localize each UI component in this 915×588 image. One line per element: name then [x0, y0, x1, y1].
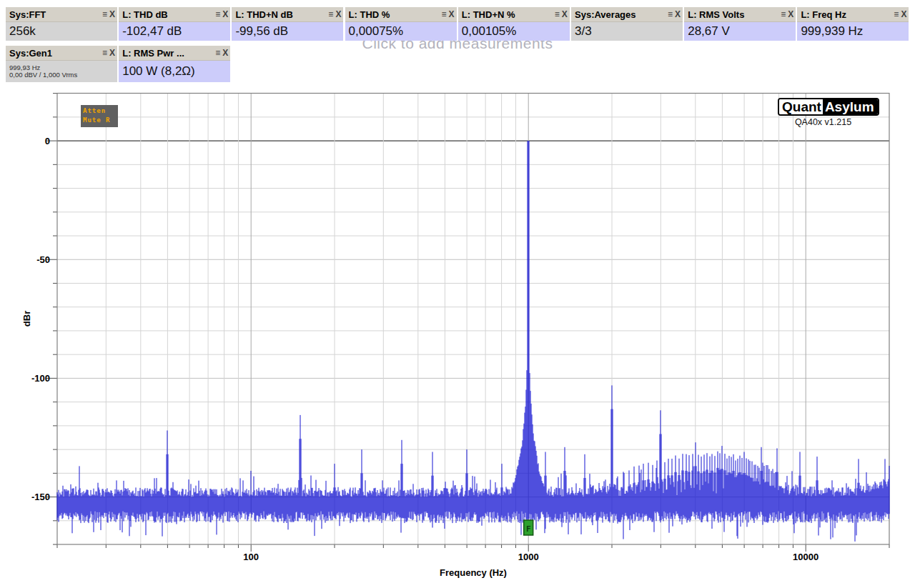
measurement-tile-l-thd: L: THD %≡X0,00075%: [345, 7, 457, 41]
tile-close-icon[interactable]: X: [901, 10, 906, 19]
tile-menu-icon[interactable]: ≡: [215, 49, 220, 57]
generator-marker-label: F: [526, 524, 531, 534]
measurement-tile-l-freq-hz: L: Freq Hz≡X999,939 Hz: [797, 7, 909, 41]
tile-menu-icon[interactable]: ≡: [442, 10, 447, 19]
tile-value: 999,939 Hz: [797, 22, 909, 41]
tile-value: 100 W (8,2Ω): [119, 61, 230, 82]
tile-header[interactable]: L: THD dB≡X: [119, 7, 230, 22]
x-axis-tick-label: 10000: [793, 552, 818, 562]
tile-close-icon[interactable]: X: [675, 10, 681, 19]
x-axis-tick-label: 100: [243, 552, 259, 562]
generator-level-text: 0,00 dBV / 1,000 Vrms: [9, 71, 77, 79]
y-axis-tick-label: -50: [36, 254, 50, 265]
tile-title: L: THD dB: [122, 9, 215, 20]
logo-quant-text: Quant: [779, 99, 823, 114]
tile-header[interactable]: L: RMS Pwr ...≡X: [119, 46, 230, 61]
tile-title: L: THD+N dB: [235, 9, 328, 20]
tile-menu-icon[interactable]: ≡: [102, 10, 107, 19]
tile-title: Sys:FFT: [9, 9, 102, 20]
tile-close-icon[interactable]: X: [788, 10, 793, 19]
mute-label: Mute R: [83, 116, 118, 125]
fft-trace-left-channel: [57, 141, 889, 542]
tile-header[interactable]: Sys:FFT≡X: [6, 7, 117, 22]
tile-menu-icon[interactable]: ≡: [215, 10, 220, 19]
tile-value: 999,93 Hz0,00 dBV / 1,000 Vrms: [6, 61, 117, 82]
measurement-tile-l-thd-n: L: THD+N %≡X0,00105%: [458, 7, 570, 41]
y-axis-tick-label: -150: [31, 492, 50, 502]
tile-title: L: RMS Pwr ...: [122, 48, 215, 59]
tile-header[interactable]: L: THD+N dB≡X: [232, 7, 343, 22]
measurement-tile-l-rms-pwr: L: RMS Pwr ...≡X100 W (8,2Ω): [119, 46, 230, 82]
tile-close-icon[interactable]: X: [222, 10, 228, 19]
tile-value: 28,67 V: [684, 22, 796, 41]
tile-title: L: Freq Hz: [801, 9, 894, 20]
tile-menu-icon[interactable]: ≡: [555, 10, 560, 19]
logo-asylum-text: Asylum: [823, 99, 878, 114]
fft-spectrum-canvas[interactable]: 0-50-100-150100100010000dBrFrequency (Hz…: [0, 89, 915, 588]
y-axis-tick-label: 0: [45, 136, 50, 146]
tile-menu-icon[interactable]: ≡: [668, 10, 673, 19]
quantasylum-logo: Quant Asylum: [778, 98, 879, 116]
tile-title: Sys:Gen1: [9, 48, 102, 59]
firmware-version-label: QA40x v1.215: [778, 117, 869, 127]
y-axis-title: dBr: [21, 311, 32, 327]
tile-value: 0,00075%: [345, 22, 457, 41]
tile-menu-icon[interactable]: ≡: [781, 10, 786, 19]
tile-header[interactable]: L: THD+N %≡X: [458, 7, 570, 22]
x-axis-title: Frequency (Hz): [440, 567, 507, 578]
tile-value: 0,00105%: [458, 22, 570, 41]
tile-value: -99,56 dB: [232, 22, 343, 41]
tile-close-icon[interactable]: X: [562, 10, 568, 19]
tile-title: L: THD+N %: [462, 9, 555, 20]
tile-menu-icon[interactable]: ≡: [102, 49, 107, 57]
measurement-tile-sys-gen1: Sys:Gen1≡X999,93 Hz0,00 dBV / 1,000 Vrms: [6, 46, 117, 82]
tile-header[interactable]: L: Freq Hz≡X: [797, 7, 909, 22]
tile-close-icon[interactable]: X: [449, 10, 455, 19]
y-axis-tick-label: -100: [31, 373, 50, 384]
measurement-tile-l-thd-db: L: THD dB≡X-102,47 dB: [119, 7, 230, 41]
tile-close-icon[interactable]: X: [335, 10, 341, 19]
measurement-tile-sys-fft: Sys:FFT≡X256k: [6, 7, 117, 41]
tile-close-icon[interactable]: X: [109, 10, 115, 19]
tile-close-icon[interactable]: X: [109, 49, 115, 57]
tile-title: Sys:Averages: [575, 9, 668, 20]
tile-title: L: THD %: [349, 9, 442, 20]
measurement-tile-sys-averages: Sys:Averages≡X3/3: [571, 7, 683, 41]
tile-header[interactable]: Sys:Gen1≡X: [6, 46, 117, 61]
atten-mute-status-badge: Atten Mute R: [81, 105, 118, 127]
measurement-tile-l-rms-volts: L: RMS Volts≡X28,67 V: [684, 7, 796, 41]
x-axis-tick-label: 1000: [518, 552, 539, 562]
spectrum-plot-area[interactable]: 0-50-100-150100100010000dBrFrequency (Hz…: [0, 0, 915, 588]
tile-header[interactable]: L: THD %≡X: [345, 7, 457, 22]
tile-header[interactable]: L: RMS Volts≡X: [684, 7, 796, 22]
tile-value: 3/3: [571, 22, 683, 41]
tile-value: -102,47 dB: [119, 22, 230, 41]
measurement-tile-l-thd-n-db: L: THD+N dB≡X-99,56 dB: [232, 7, 343, 41]
tile-menu-icon[interactable]: ≡: [894, 10, 899, 19]
tile-title: L: RMS Volts: [688, 9, 781, 20]
tile-close-icon[interactable]: X: [222, 49, 228, 57]
tile-header[interactable]: Sys:Averages≡X: [571, 7, 683, 22]
tile-menu-icon[interactable]: ≡: [328, 10, 333, 19]
atten-label: Atten: [83, 106, 118, 116]
tile-value: 256k: [6, 22, 117, 41]
